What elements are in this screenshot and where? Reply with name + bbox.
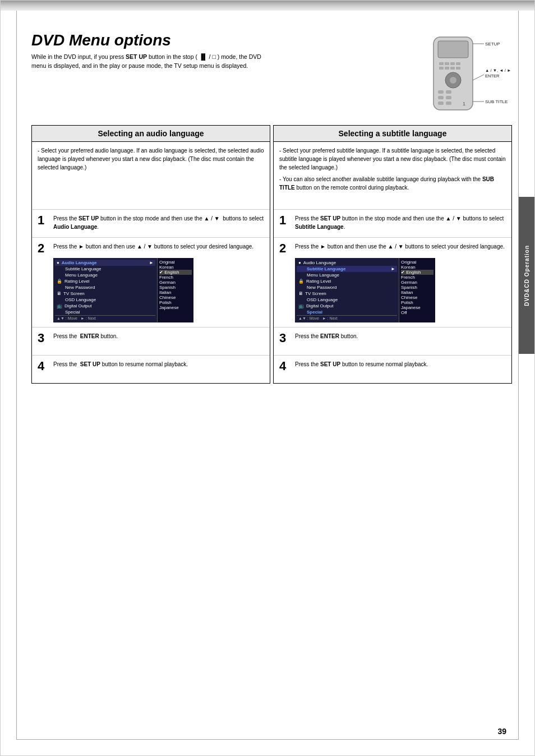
svg-rect-15 xyxy=(446,96,451,99)
subtitle-step-2-content: Press the ► button and then use the ▲ / … xyxy=(295,242,505,251)
svg-rect-13 xyxy=(446,90,451,94)
audio-language-header: Selecting an audio language xyxy=(32,126,270,142)
step-number-2: 2 xyxy=(38,242,48,255)
step-2-content: Press the ► button and then use ▲ / ▼ bu… xyxy=(53,242,253,251)
step-1-content: Press the SET UP button in the stop mode… xyxy=(53,214,264,231)
subtitle-step-4: 4 Press the SET UP button to resume norm… xyxy=(274,355,511,383)
title-area: DVD Menu options While in the DVD input,… xyxy=(31,31,512,119)
top-bar xyxy=(1,1,534,11)
subtitle-step-2: 2 Press the ► button and then use the ▲ … xyxy=(274,237,511,327)
subtitle-language-column: Selecting a subtitle language Select you… xyxy=(273,125,512,384)
intro-text: While in the DVD input, if you press SET… xyxy=(31,53,267,71)
right-border xyxy=(518,11,519,740)
audio-step-2: 2 Press the ► button and then use ▲ / ▼ … xyxy=(32,237,270,327)
svg-rect-4 xyxy=(450,62,455,65)
audio-menu-mockup: ● Audio Language ► Subtitle Language Men… xyxy=(53,258,193,322)
remote-diagram: 1 SETUP ▲ / ▼, ◄ / ► ENTER SUB TITLE xyxy=(400,34,512,119)
step-number-4: 4 xyxy=(38,360,48,372)
bottom-border xyxy=(16,739,519,740)
subtitle-step-1-content: Press the SET UP button in the stop mode… xyxy=(295,214,506,231)
svg-text:SETUP: SETUP xyxy=(485,42,500,47)
svg-rect-7 xyxy=(445,67,449,70)
title-text-area: DVD Menu options While in the DVD input,… xyxy=(31,31,389,71)
page-number: 39 xyxy=(497,727,506,736)
svg-text:▲ / ▼, ◄ / ►: ▲ / ▼, ◄ / ► xyxy=(485,68,511,73)
step-number-3: 3 xyxy=(38,332,48,344)
svg-point-11 xyxy=(450,77,456,84)
svg-text:ENTER: ENTER xyxy=(485,73,500,79)
subtitle-language-header: Selecting a subtitle language xyxy=(274,126,511,142)
svg-line-21 xyxy=(473,75,484,80)
subtitle-step-num-3: 3 xyxy=(279,332,289,344)
svg-text:SUB TITLE: SUB TITLE xyxy=(485,99,508,104)
svg-rect-8 xyxy=(450,67,455,70)
subtitle-step-1: 1 Press the SET UP button in the stop mo… xyxy=(274,209,511,237)
svg-rect-5 xyxy=(456,62,460,65)
subtitle-step-4-content: Press the SET UP button to resume normal… xyxy=(295,360,506,368)
main-content: DVD Menu options While in the DVD input,… xyxy=(23,31,512,384)
subtitle-step-num-4: 4 xyxy=(279,360,289,372)
chapter-tab: DVD&CD Operation xyxy=(519,197,534,354)
left-border xyxy=(16,11,17,740)
svg-text:1: 1 xyxy=(463,101,465,107)
page-title: DVD Menu options xyxy=(31,31,389,49)
audio-language-body: Select your preferred audio language. If… xyxy=(32,142,270,209)
subtitle-steps: 1 Press the SET UP button in the stop mo… xyxy=(274,209,511,383)
remote-svg: 1 SETUP ▲ / ▼, ◄ / ► ENTER SUB TITLE xyxy=(400,34,512,118)
audio-step-4: 4 Press the SET UP button to resume norm… xyxy=(32,355,270,383)
svg-rect-6 xyxy=(439,67,444,70)
subtitle-desc-2: You can also select another available su… xyxy=(279,175,506,192)
svg-rect-2 xyxy=(439,62,444,65)
two-columns: Selecting an audio language Select your … xyxy=(31,125,512,384)
step-4-content: Press the SET UP button to resume normal… xyxy=(53,360,264,368)
svg-rect-1 xyxy=(438,41,468,58)
subtitle-step-num-2: 2 xyxy=(279,242,289,255)
step-3-content: Press the ENTER button. xyxy=(53,332,264,340)
svg-rect-12 xyxy=(438,90,444,94)
svg-rect-17 xyxy=(446,102,451,105)
audio-step-3: 3 Press the ENTER button. xyxy=(32,327,270,355)
subtitle-menu-mockup: ● Audio Language Subtitle Language ► Men… xyxy=(295,258,435,322)
audio-steps: 1 Press the SET UP button in the stop mo… xyxy=(32,209,270,383)
subtitle-step-3-content: Press the ENTER button. xyxy=(295,332,506,340)
subtitle-desc-1: Select your preferred subtitle language.… xyxy=(279,146,506,172)
subtitle-language-body: Select your preferred subtitle language.… xyxy=(274,142,511,209)
page: DVD&CD Operation DVD Menu options While … xyxy=(0,0,535,756)
svg-rect-16 xyxy=(438,102,444,105)
chapter-tab-label: DVD&CD Operation xyxy=(524,245,530,306)
dvd-italic: DVD Menu options xyxy=(31,31,171,49)
svg-rect-3 xyxy=(445,62,449,65)
audio-step-1: 1 Press the SET UP button in the stop mo… xyxy=(32,209,270,237)
audio-lang-description: Select your preferred audio language. If… xyxy=(38,146,264,172)
subtitle-step-3: 3 Press the ENTER button. xyxy=(274,327,511,355)
svg-rect-9 xyxy=(456,67,460,70)
audio-language-column: Selecting an audio language Select your … xyxy=(31,125,270,384)
svg-rect-14 xyxy=(438,96,444,99)
step-number-1: 1 xyxy=(38,214,48,227)
subtitle-step-num-1: 1 xyxy=(279,214,289,227)
